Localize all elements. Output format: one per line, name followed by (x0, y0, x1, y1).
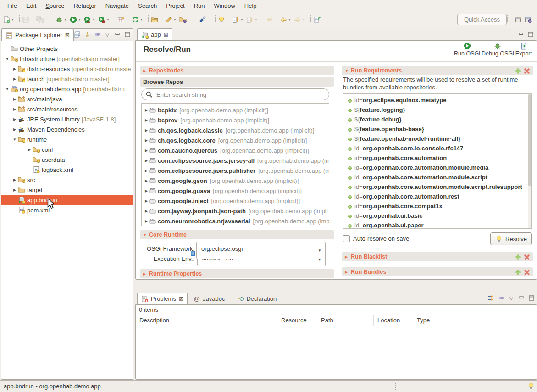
toolbar-button[interactable] (217, 14, 231, 25)
tree-item[interactable]: ▼ Infrastructure [openhab-distro master] (1, 54, 133, 64)
search-input[interactable] (155, 91, 325, 99)
bottom-view-tab[interactable]: Declaration (233, 293, 283, 304)
dropdown-arrow-icon[interactable]: ▼ (240, 18, 244, 21)
repo-list-item[interactable]: ▶ com.google.guava [org.openhab.demo.app… (142, 186, 329, 196)
tab-app-bndrun[interactable]: app ⊠ (137, 28, 172, 40)
dropdown-arrow-icon[interactable]: ▼ (64, 18, 68, 21)
focus-icon[interactable] (94, 31, 101, 38)
repo-list-item[interactable]: ▶ com.google.inject [org.openhab.demo.ap… (142, 196, 329, 206)
expand-arrow-icon[interactable]: ▶ (144, 159, 149, 163)
expand-arrow-icon[interactable]: ▶ (11, 67, 18, 71)
repo-list-item[interactable]: ▶ bcpkix [org.openhab.demo.app (implicit… (142, 105, 329, 115)
expand-arrow-icon[interactable]: ▶ (144, 219, 149, 223)
expand-arrow-icon[interactable]: ▶ (11, 97, 18, 101)
section-run-bundles[interactable]: ▶ Run Bundles (342, 267, 533, 276)
dropdown-arrow-icon[interactable]: ▼ (288, 18, 292, 21)
tree-item[interactable]: ▶ conf (1, 144, 133, 155)
requirement-item[interactable]: id= org.openhab.core.automation.module.s… (343, 182, 531, 192)
table-column-header[interactable]: Location (374, 315, 413, 326)
section-twisty-icon[interactable]: ▼ (143, 233, 149, 237)
requirement-item[interactable]: ${ feature.debug } (343, 115, 531, 124)
tree-item[interactable]: ▶ src/main/java (1, 94, 133, 104)
editor-action-button[interactable]: Debug OSGi (482, 42, 514, 57)
repo-list-item[interactable]: ▶ bcprov [org.openhab.demo.app (implicit… (142, 115, 329, 125)
toolbar-button[interactable] (16, 15, 20, 24)
collapse-all-icon[interactable] (73, 31, 81, 38)
toolbar-button[interactable]: ▼ (69, 14, 83, 25)
expand-arrow-icon[interactable]: ▶ (11, 107, 18, 111)
toolbar-button[interactable] (145, 15, 149, 24)
repo-list-item[interactable]: ▶ com.eclipsesource.jaxrs.publisher [org… (142, 166, 329, 176)
expand-arrow-icon[interactable]: ▼ (4, 57, 11, 61)
close-icon[interactable]: ⊠ (164, 32, 168, 38)
expand-arrow-icon[interactable]: ▶ (144, 118, 149, 122)
resolve-button[interactable]: Resolve (490, 232, 532, 245)
toolbar-button[interactable] (35, 14, 50, 25)
repo-list-item[interactable]: ▶ com.caucho.quercus [org.openhab.demo.a… (142, 145, 329, 155)
dropdown-arrow-icon[interactable]: ▼ (78, 18, 82, 21)
auto-resolve-checkbox[interactable] (343, 235, 350, 242)
expand-arrow-icon[interactable]: ▼ (4, 87, 11, 91)
scrollbar[interactable] (528, 94, 531, 229)
maximize-icon[interactable] (528, 294, 535, 302)
table-column-header[interactable]: Resource (277, 315, 317, 326)
requirement-item[interactable]: id= org.openhab.ui.basic (343, 211, 531, 221)
menu-item[interactable]: Window (210, 1, 240, 11)
section-repositories[interactable]: ▶ Repositories (140, 66, 334, 75)
expand-arrow-icon[interactable]: ▶ (144, 108, 149, 112)
bottom-view-tab[interactable]: @ Javadoc (189, 293, 231, 304)
expand-arrow-icon[interactable]: ▶ (11, 178, 18, 182)
section-twisty-icon[interactable]: ▶ (143, 272, 149, 276)
table-column-header[interactable]: Path (317, 315, 374, 326)
filter-icon[interactable] (487, 294, 495, 302)
toolbar-button[interactable] (193, 15, 196, 24)
repo-list-item[interactable]: ▶ ch.qos.logback.classic [org.openhab.de… (142, 125, 329, 135)
remove-blacklist-icon[interactable] (523, 254, 530, 260)
toolbar-button[interactable] (50, 15, 53, 24)
requirement-item[interactable]: id= org.openhab.core.automation.module.m… (343, 163, 531, 172)
section-twisty-icon[interactable]: ▶ (345, 255, 351, 259)
toolbar-button[interactable]: ▼ (131, 14, 145, 25)
tree-item[interactable]: ▶ target (1, 185, 133, 195)
requirement-item[interactable]: id= org.openhab.core.automation.rest (343, 192, 531, 201)
dropdown-arrow-icon[interactable]: ▼ (255, 18, 259, 21)
remove-bundle-icon[interactable] (523, 269, 530, 276)
menu-item[interactable]: Source (41, 1, 69, 11)
requirement-item[interactable]: id= org.openhab.core.io.console.rfc147 (343, 144, 531, 153)
editor-action-button[interactable]: Export (515, 42, 532, 57)
expand-arrow-icon[interactable]: ▶ (11, 127, 18, 132)
expand-arrow-icon[interactable]: ▶ (11, 77, 18, 81)
dropdown-arrow-icon[interactable]: ▼ (302, 18, 306, 21)
minimize-icon[interactable] (518, 294, 525, 302)
dropdown-arrow-icon[interactable]: ▼ (92, 18, 96, 21)
tree-item[interactable]: y logback.xml (1, 165, 133, 175)
menu-item[interactable]: Refactor (69, 1, 101, 11)
editor-action-button[interactable]: Run OSGi (454, 42, 480, 57)
toolbar-button[interactable]: ▼ (231, 14, 245, 25)
table-column-header[interactable]: Description (136, 315, 277, 326)
menu-item[interactable]: Search (133, 1, 161, 11)
remove-requirement-icon[interactable] (523, 67, 530, 74)
section-twisty-icon[interactable]: ▶ (143, 69, 149, 73)
close-icon[interactable]: ⊠ (179, 296, 183, 302)
tree-item[interactable]: userdata (1, 155, 133, 165)
tab-package-explorer[interactable]: Package Explorer ⊠ (1, 29, 74, 41)
requirement-item[interactable]: id= org.openhab.core.automation (343, 153, 531, 163)
toolbar-button[interactable] (312, 14, 327, 25)
toolbar-button[interactable]: ▼ (2, 14, 16, 25)
requirement-item[interactable]: id= org.openhab.ui.paper (343, 221, 531, 229)
toolbar-button[interactable] (116, 14, 131, 25)
menu-item[interactable]: Navigate (101, 1, 133, 11)
tree-item[interactable]: Other Projects (1, 44, 133, 54)
perspective-button[interactable] (523, 14, 533, 25)
close-icon[interactable]: ⊠ (65, 32, 70, 39)
toolbar-button[interactable]: ▼ (293, 14, 307, 25)
minimize-icon[interactable] (517, 31, 525, 38)
expand-arrow-icon[interactable]: ▶ (144, 179, 149, 183)
toolbar-button[interactable] (307, 15, 311, 24)
requirement-item[interactable]: ${ feature.openhab-model-runtime-all } (343, 134, 531, 144)
expand-arrow-icon[interactable]: ▼ (11, 138, 18, 142)
section-runtime-properties[interactable]: ▶ Runtime Properties (140, 269, 334, 278)
expand-arrow-icon[interactable]: ▶ (144, 169, 149, 173)
chevron-down-icon[interactable]: ▼ (318, 248, 321, 253)
